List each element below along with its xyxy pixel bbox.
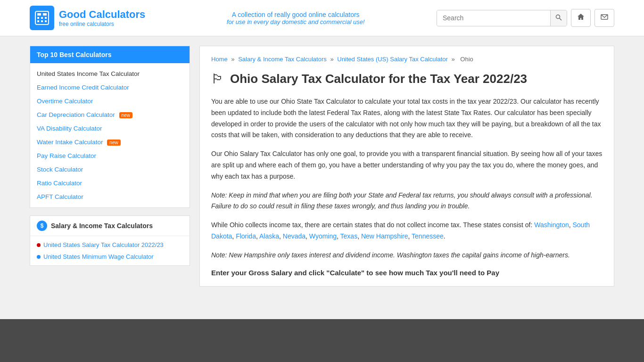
top10-header: Top 10 Best Calculators [30, 46, 190, 63]
site-tagline-sub: free online calculators [59, 21, 145, 27]
sidebar-link-earned[interactable]: Earned Income Credit Calculator [30, 81, 190, 94]
link-washington[interactable]: Washington [534, 221, 569, 229]
sidebar-link-overtime[interactable]: Overtime Calculator [30, 94, 190, 108]
sidebar-link-us-min-wage[interactable]: United States Minimum Wage Calculator [43, 253, 154, 260]
tagline: A collection of really good online calcu… [227, 11, 365, 25]
link-florida[interactable]: Florida [236, 232, 256, 240]
header-right [437, 9, 614, 27]
calculator-icon [33, 9, 50, 26]
sidebar-link-car-dep[interactable]: Car Depreciation Calculator new [30, 108, 190, 122]
svg-rect-1 [37, 13, 41, 16]
page-title-row: 🏳 Ohio Salary Tax Calculator for the Tax… [211, 71, 603, 87]
home-button[interactable] [571, 9, 591, 27]
list-item: United States Minimum Wage Calculator [30, 251, 190, 263]
home-icon [577, 13, 585, 21]
svg-line-10 [560, 18, 562, 20]
page-title: Ohio Salary Tax Calculator for the Tax Y… [230, 72, 527, 86]
salary-section-header: $ Salary & Income Tax Calculators [30, 216, 190, 236]
sidebar-link-us-salary[interactable]: United States Salary Tax Calculator 2022… [43, 241, 164, 248]
link-wyoming[interactable]: Wyoming [309, 232, 337, 240]
breadcrumb-home[interactable]: Home [211, 56, 228, 63]
salary-icon: $ [37, 221, 47, 231]
breadcrumb-sep3: » [451, 56, 456, 63]
tagline-bottom: for use in every day domestic and commer… [227, 18, 365, 25]
list-item: Pay Raise Calculator [30, 149, 190, 163]
link-alaska[interactable]: Alaska [259, 232, 279, 240]
search-button[interactable] [550, 10, 567, 26]
breadcrumb-current: Ohio [460, 56, 473, 63]
svg-rect-8 [45, 20, 47, 22]
dot-red-icon [37, 243, 41, 247]
email-button[interactable] [594, 9, 614, 27]
top10-list: United States Income Tax Calculator Earn… [30, 63, 190, 207]
sidebar-link-water[interactable]: Water Intake Calculator new [30, 135, 190, 149]
sidebar-link-apft[interactable]: APFT Calculator [30, 190, 190, 204]
salary-sub-list: United States Salary Tax Calculator 2022… [30, 236, 190, 265]
link-tennessee[interactable]: Tennessee [412, 232, 444, 240]
breadcrumb-salary[interactable]: Salary & Income Tax Calculators [238, 56, 327, 63]
sidebar: Top 10 Best Calculators United States In… [30, 46, 190, 287]
link-new-hampshire[interactable]: New Hampshire [361, 232, 408, 240]
salary-section: $ Salary & Income Tax Calculators United… [30, 215, 190, 266]
breadcrumb: Home » Salary & Income Tax Calculators »… [211, 56, 603, 63]
top10-section: Top 10 Best Calculators United States In… [30, 46, 190, 208]
breadcrumb-sep: » [231, 56, 236, 63]
sidebar-link-va[interactable]: VA Disability Calculator [30, 122, 190, 135]
breadcrumb-sep2: » [330, 56, 335, 63]
svg-rect-2 [43, 13, 47, 16]
list-item: Water Intake Calculator new [30, 135, 190, 149]
salary-section-title: Salary & Income Tax Calculators [51, 222, 153, 230]
dot-blue-icon [37, 255, 41, 259]
cta-heading: Enter your Gross Salary and click "Calcu… [211, 269, 603, 277]
list-item: Earned Income Credit Calculator [30, 81, 190, 94]
svg-rect-5 [45, 17, 47, 19]
sidebar-link-stock[interactable]: Stock Calculator [30, 163, 190, 176]
tagline-top: A collection of really good online calcu… [227, 11, 365, 18]
main-layout: Top 10 Best Calculators United States In… [20, 36, 624, 296]
sidebar-link-us-income[interactable]: United States Income Tax Calculator [30, 67, 190, 81]
logo-area: Good Calculators free online calculators [30, 6, 145, 30]
breadcrumb-us-salary[interactable]: United States (US) Salary Tax Calculator [337, 56, 448, 63]
ohio-flag-icon: 🏳 [211, 71, 224, 87]
main-content: Home » Salary & Income Tax Calculators »… [199, 46, 614, 287]
list-item: VA Disability Calculator [30, 122, 190, 135]
list-item: Car Depreciation Calculator new [30, 108, 190, 122]
list-item: Overtime Calculator [30, 94, 190, 108]
list-item: United States Income Tax Calculator [30, 67, 190, 81]
note2: Note: New Hampshire only taxes interest … [211, 250, 603, 261]
para3: While Ohio collects income tax, there ar… [211, 220, 603, 242]
para2: Our Ohio Salary Tax Calculator has only … [211, 148, 603, 182]
search-box[interactable] [437, 10, 567, 26]
svg-rect-7 [41, 20, 43, 22]
svg-rect-4 [41, 17, 43, 19]
search-input[interactable] [437, 10, 550, 25]
email-icon [601, 13, 608, 21]
sidebar-link-ratio[interactable]: Ratio Calculator [30, 176, 190, 190]
para3-before: While Ohio collects income tax, there ar… [211, 221, 534, 229]
logo-text: Good Calculators free online calculators [59, 8, 145, 27]
link-texas[interactable]: Texas [340, 232, 358, 240]
list-item: APFT Calculator [30, 190, 190, 204]
sidebar-link-pay[interactable]: Pay Raise Calculator [30, 149, 190, 163]
note1: Note: Keep in mind that when you are fil… [211, 190, 603, 213]
search-icon [555, 14, 562, 21]
logo-icon [30, 6, 54, 30]
list-item: United States Salary Tax Calculator 2022… [30, 239, 190, 251]
svg-rect-3 [37, 17, 39, 19]
list-item: Stock Calculator [30, 163, 190, 176]
para1: You are able to use our Ohio State Tax C… [211, 96, 603, 141]
svg-rect-6 [37, 20, 39, 22]
link-nevada[interactable]: Nevada [283, 232, 305, 240]
svg-point-9 [556, 15, 560, 18]
site-name: Good Calculators [59, 8, 145, 21]
list-item: Ratio Calculator [30, 176, 190, 190]
header: Good Calculators free online calculators… [20, 0, 624, 36]
